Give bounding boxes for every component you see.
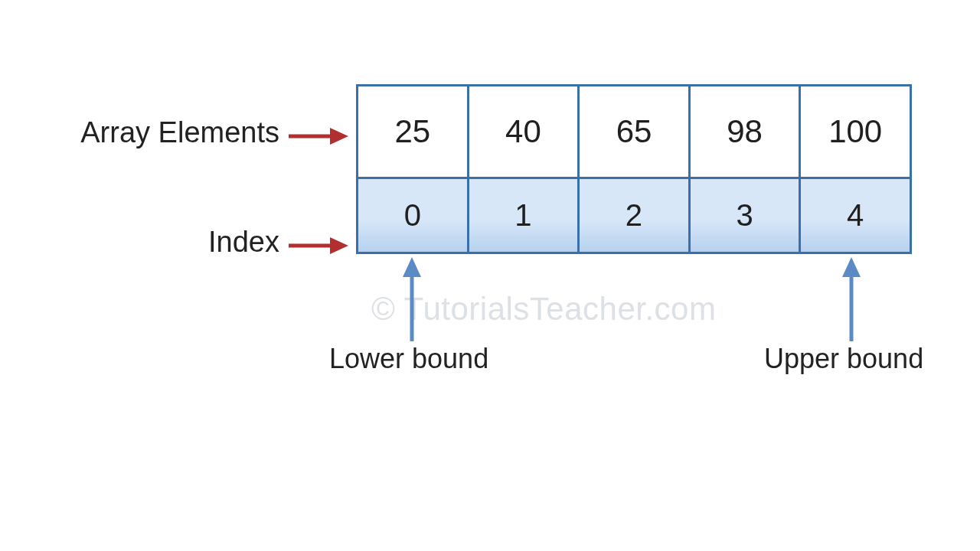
upper-bound-label: Upper bound bbox=[764, 343, 923, 375]
lower-bound-label: Lower bound bbox=[329, 343, 488, 375]
element-cell: 98 bbox=[688, 86, 799, 177]
element-cell: 40 bbox=[467, 86, 578, 177]
arrow-right-icon bbox=[287, 125, 348, 148]
arrow-up-icon bbox=[836, 257, 867, 341]
index-cell: 0 bbox=[358, 179, 467, 252]
arrow-up-icon bbox=[397, 257, 427, 341]
index-label: Index bbox=[65, 226, 279, 259]
svg-marker-3 bbox=[330, 237, 348, 254]
array-table: 25 40 65 98 100 0 1 2 3 4 bbox=[356, 84, 912, 254]
svg-marker-1 bbox=[330, 128, 348, 145]
array-elements-label: Array Elements bbox=[65, 116, 279, 149]
elements-row: 25 40 65 98 100 bbox=[358, 86, 910, 177]
element-cell: 25 bbox=[358, 86, 467, 177]
arrow-right-icon bbox=[287, 234, 348, 257]
array-diagram: Array Elements Index 25 40 65 98 100 0 1… bbox=[0, 0, 980, 551]
element-cell: 65 bbox=[577, 86, 688, 177]
svg-marker-5 bbox=[403, 257, 421, 277]
index-cell: 2 bbox=[577, 179, 688, 252]
index-cell: 3 bbox=[688, 179, 799, 252]
index-cell: 4 bbox=[799, 179, 910, 252]
index-row: 0 1 2 3 4 bbox=[358, 177, 910, 252]
element-cell: 100 bbox=[799, 86, 910, 177]
index-cell: 1 bbox=[467, 179, 578, 252]
svg-marker-7 bbox=[842, 257, 861, 277]
